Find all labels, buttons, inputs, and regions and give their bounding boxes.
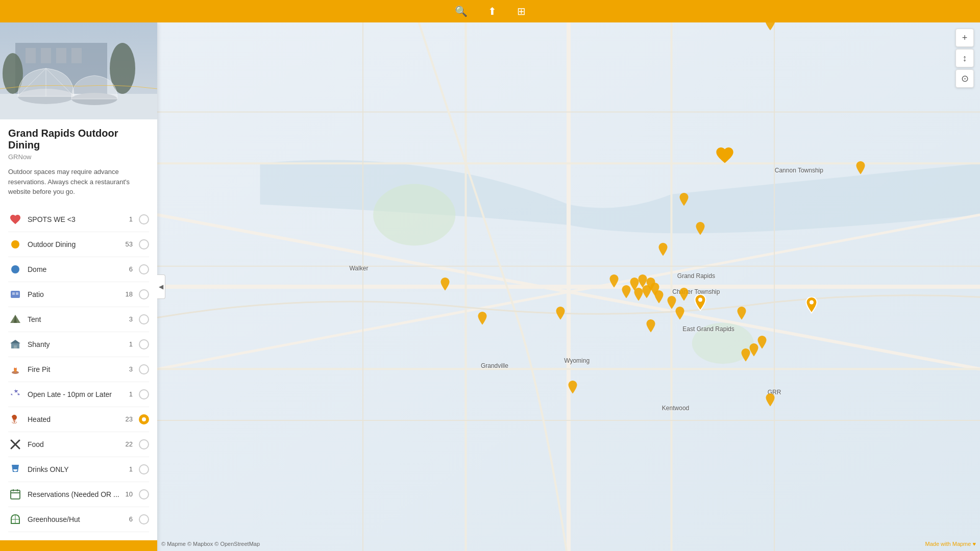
map-controls: + ↕ ⊙ <box>955 29 974 88</box>
category-label: Fire Pit <box>28 365 129 373</box>
category-item-shanty[interactable]: Shanty1 <box>8 332 149 357</box>
heart-icon <box>8 212 22 227</box>
category-count: 22 <box>126 440 133 448</box>
category-count: 1 <box>129 215 133 223</box>
category-label: Reservations (Needed OR ... <box>28 490 126 498</box>
svg-point-48 <box>373 184 455 246</box>
category-label: Food <box>28 440 126 448</box>
category-label: Outdoor Dining <box>28 240 126 248</box>
map-background <box>157 22 980 551</box>
category-item-heart[interactable]: SPOTS WE <31 <box>8 207 149 232</box>
category-item-open-late[interactable]: Open Late - 10pm or Later1 <box>8 382 149 407</box>
category-count: 1 <box>129 465 133 473</box>
search-icon[interactable]: 🔍 <box>455 5 468 17</box>
svg-marker-22 <box>10 340 20 343</box>
category-radio[interactable] <box>139 264 149 274</box>
svg-point-49 <box>692 323 754 364</box>
svg-rect-23 <box>14 345 17 348</box>
map-area[interactable]: WalkerCannon TownshipGrand RapidsCharter… <box>157 22 980 551</box>
category-radio[interactable] <box>139 464 149 474</box>
category-count: 6 <box>129 515 133 523</box>
sidebar-content: Grand Rapids Outdoor Dining GRNow Outdoo… <box>0 119 157 540</box>
greenhouse-icon <box>8 512 22 527</box>
layers-icon[interactable]: ⊞ <box>517 5 526 17</box>
view-all-chevron: › <box>77 548 80 552</box>
category-label: Patio <box>28 290 126 298</box>
category-count: 6 <box>129 265 133 273</box>
fire-pit-icon <box>8 362 22 377</box>
category-label: Tent <box>28 315 129 323</box>
category-radio[interactable] <box>139 514 149 524</box>
category-count: 3 <box>129 315 133 323</box>
compass-button[interactable]: ↕ <box>955 49 974 67</box>
reservations-icon <box>8 487 22 502</box>
svg-point-14 <box>11 240 19 248</box>
food-icon <box>8 437 22 452</box>
category-count: 3 <box>129 365 133 373</box>
shanty-icon <box>8 337 22 352</box>
svg-rect-3 <box>41 48 51 63</box>
map-author: GRNow <box>8 153 149 161</box>
map-description: Outdoor spaces may require advance reser… <box>8 167 149 197</box>
svg-rect-2 <box>26 48 36 63</box>
share-icon[interactable]: ⬆ <box>488 5 497 17</box>
category-label: Shanty <box>28 340 129 348</box>
category-count: 23 <box>126 415 133 423</box>
tent-icon <box>8 312 22 327</box>
category-label: Dome <box>28 265 129 273</box>
sidebar-collapse-button[interactable]: ◀ <box>157 274 165 299</box>
category-item-drinks-only[interactable]: Drinks ONLY1 <box>8 457 149 482</box>
category-item-fire-pit[interactable]: Fire Pit3 <box>8 357 149 382</box>
category-label: Open Late - 10pm or Later <box>28 390 129 398</box>
category-count: 53 <box>126 240 133 248</box>
category-item-patio[interactable]: Patio18 <box>8 282 149 307</box>
svg-rect-18 <box>16 292 18 295</box>
category-count: 10 <box>126 490 133 498</box>
sidebar-wrapper: Grand Rapids Outdoor Dining GRNow Outdoo… <box>0 22 157 551</box>
category-item-outdoor-dining[interactable]: Outdoor Dining53 <box>8 232 149 257</box>
category-item-tent[interactable]: Tent3 <box>8 307 149 332</box>
category-item-heated[interactable]: ♨Heated23 <box>8 407 149 432</box>
category-count: 1 <box>129 340 133 348</box>
category-radio[interactable] <box>139 364 149 374</box>
svg-point-15 <box>11 265 19 273</box>
category-item-reservations[interactable]: Reservations (Needed OR ...10 <box>8 482 149 507</box>
svg-rect-28 <box>11 490 20 499</box>
patio-icon <box>8 287 22 302</box>
category-item-greenhouse[interactable]: Greenhouse/Hut6 <box>8 507 149 532</box>
category-radio[interactable] <box>139 289 149 299</box>
map-attribution: © Mapme © Mapbox © OpenStreetMap <box>161 541 260 547</box>
category-count: 18 <box>126 290 133 298</box>
category-radio[interactable] <box>139 489 149 499</box>
category-radio[interactable] <box>139 389 149 399</box>
category-radio[interactable] <box>139 339 149 349</box>
category-item-food[interactable]: Food22 <box>8 432 149 457</box>
category-radio[interactable] <box>139 314 149 324</box>
svg-rect-17 <box>12 292 15 295</box>
svg-text:♨: ♨ <box>11 417 18 425</box>
category-label: SPOTS WE <3 <box>28 215 129 223</box>
top-bar: 🔍 ⬆ ⊞ <box>0 0 980 22</box>
drinks-only-icon <box>8 462 22 477</box>
sidebar: Grand Rapids Outdoor Dining GRNow Outdoo… <box>0 22 157 551</box>
zoom-in-button[interactable]: + <box>955 29 974 47</box>
category-radio[interactable] <box>139 414 149 424</box>
view-all-button[interactable]: › <box>0 540 157 552</box>
map-title: Grand Rapids Outdoor Dining <box>8 128 149 151</box>
heated-icon: ♨ <box>8 412 22 427</box>
category-label: Heated <box>28 415 126 423</box>
dome-icon <box>8 262 22 277</box>
locate-button[interactable]: ⊙ <box>955 69 974 88</box>
category-radio[interactable] <box>139 214 149 224</box>
category-item-dome[interactable]: Dome6 <box>8 257 149 282</box>
category-label: Drinks ONLY <box>28 465 129 473</box>
category-radio[interactable] <box>139 439 149 449</box>
main-content: Grand Rapids Outdoor Dining GRNow Outdoo… <box>0 22 980 551</box>
svg-rect-5 <box>71 48 82 63</box>
category-count: 1 <box>129 390 133 398</box>
outdoor-dining-icon <box>8 237 22 252</box>
category-radio[interactable] <box>139 239 149 249</box>
svg-rect-4 <box>56 48 66 63</box>
category-list: SPOTS WE <31Outdoor Dining53Dome6Patio18… <box>8 207 149 532</box>
sidebar-image-inner <box>0 22 157 119</box>
